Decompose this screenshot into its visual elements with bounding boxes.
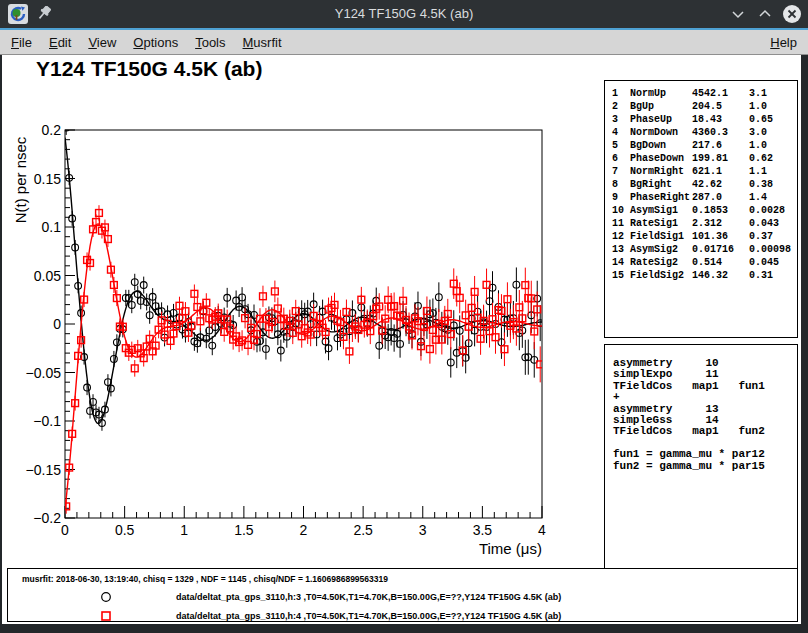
param-value: 4360.3	[692, 126, 749, 139]
svg-text:3.5: 3.5	[473, 522, 493, 538]
param-value: 0.01716	[692, 243, 749, 256]
svg-text:3: 3	[419, 522, 427, 538]
param-row: 8BgRight42.620.38	[605, 178, 797, 191]
minimize-button[interactable]	[728, 4, 748, 24]
param-name: BgUp	[630, 100, 692, 113]
param-value: 101.36	[692, 230, 749, 243]
param-name: AsymSig2	[630, 243, 692, 256]
close-button[interactable]	[782, 4, 802, 24]
menubar-left: FileEditViewOptionsToolsMusrfit	[0, 34, 284, 51]
param-row: 11RateSig12.3120.043	[605, 217, 797, 230]
param-num: 7	[612, 165, 630, 178]
param-row: 9PhaseRight287.01.4	[605, 191, 797, 204]
legend-label-h3: data/deltat_pta_gps_3110,h:3 ,T0=4.50K,T…	[176, 592, 561, 602]
legend-row-h4: data/deltat_pta_gps_3110,h:4 ,T0=4.50K,T…	[8, 610, 797, 622]
param-num: 2	[612, 100, 630, 113]
param-value: 4542.1	[692, 87, 749, 100]
svg-text:4: 4	[538, 522, 546, 538]
menubar: FileEditViewOptionsToolsMusrfit Help	[0, 28, 808, 55]
svg-text:−0.2: −0.2	[33, 510, 61, 526]
param-error: 1.0	[749, 139, 797, 152]
param-row: 5BgDown217.61.0	[605, 139, 797, 152]
series-h3	[63, 120, 544, 430]
fit-info-box: musrfit: 2018-06-30, 13:19:40, chisq = 1…	[7, 568, 798, 622]
series-h4	[63, 205, 544, 513]
x-axis-label: Time (μs)	[479, 540, 542, 557]
menubar-right: Help	[768, 35, 808, 50]
param-num: 3	[612, 113, 630, 126]
menu-item-options[interactable]: Options	[131, 34, 180, 51]
legend-label-h4: data/deltat_pta_gps_3110,h:4 ,T0=4.50K,T…	[176, 611, 561, 621]
param-value: 146.32	[692, 269, 749, 282]
param-num: 15	[612, 269, 630, 282]
circle-marker-icon	[100, 591, 112, 603]
param-name: NormDown	[630, 126, 692, 139]
param-name: FieldSig2	[630, 269, 692, 282]
param-value: 217.6	[692, 139, 749, 152]
param-value: 2.312	[692, 217, 749, 230]
svg-text:1.5: 1.5	[234, 522, 254, 538]
app-window: Y124 TF150G 4.5K (ab) Fil	[0, 0, 808, 633]
param-error: 1.4	[749, 191, 797, 204]
param-error: 0.31	[749, 269, 797, 282]
param-value: 0.1853	[692, 204, 749, 217]
param-row: 2BgUp204.51.0	[605, 100, 797, 113]
param-error: 0.043	[749, 217, 797, 230]
param-name: RateSig2	[630, 256, 692, 269]
param-value: 204.5	[692, 100, 749, 113]
root-canvas: Y124 TF150G 4.5K (ab) 00.511.522.533.54−…	[0, 55, 808, 633]
param-num: 11	[612, 217, 630, 230]
svg-text:0.5: 0.5	[115, 522, 135, 538]
menu-item-tools[interactable]: Tools	[193, 34, 227, 51]
param-value: 287.0	[692, 191, 749, 204]
close-icon	[782, 4, 802, 24]
param-num: 14	[612, 256, 630, 269]
svg-text:0.05: 0.05	[34, 268, 61, 284]
param-error: 0.65	[749, 113, 797, 126]
param-error: 1.0	[749, 100, 797, 113]
svg-text:2: 2	[300, 522, 308, 538]
fit-summary: musrfit: 2018-06-30, 13:19:40, chisq = 1…	[22, 574, 388, 584]
square-marker-icon	[100, 610, 112, 622]
svg-text:0.2: 0.2	[42, 122, 62, 138]
y-axis-label: N(t) per nsec	[12, 136, 29, 223]
menu-item-musrfit[interactable]: Musrfit	[241, 34, 284, 51]
param-error: 0.0028	[749, 204, 797, 217]
titlebar[interactable]: Y124 TF150G 4.5K (ab)	[0, 0, 808, 28]
param-num: 6	[612, 152, 630, 165]
svg-text:0: 0	[61, 522, 69, 538]
param-error: 3.0	[749, 126, 797, 139]
menu-item-file[interactable]: File	[9, 34, 34, 51]
svg-text:0.1: 0.1	[42, 219, 62, 235]
param-error: 0.37	[749, 230, 797, 243]
param-num: 10	[612, 204, 630, 217]
param-name: AsymSig1	[630, 204, 692, 217]
menu-item-help[interactable]: Help	[768, 34, 799, 51]
param-error: 0.38	[749, 178, 797, 191]
maximize-button[interactable]	[755, 4, 775, 24]
svg-text:−0.15: −0.15	[26, 462, 62, 478]
menu-item-view[interactable]: View	[86, 34, 118, 51]
plot-area[interactable]: 00.511.522.533.54−0.2−0.15−0.1−0.0500.05…	[2, 70, 602, 575]
chevron-up-icon	[757, 6, 773, 22]
param-name: BgRight	[630, 178, 692, 191]
param-value: 621.1	[692, 165, 749, 178]
theory-block: asymmetry 10 simplExpo 11 TFieldCos map1…	[604, 344, 798, 570]
param-value: 0.514	[692, 256, 749, 269]
param-row: 6PhaseDown199.810.62	[605, 152, 797, 165]
window-title: Y124 TF150G 4.5K (ab)	[0, 0, 808, 28]
param-value: 199.81	[692, 152, 749, 165]
menu-item-edit[interactable]: Edit	[47, 34, 73, 51]
param-row: 1NormUp4542.13.1	[605, 87, 797, 100]
param-name: FieldSig1	[630, 230, 692, 243]
param-row: 14RateSig20.5140.045	[605, 256, 797, 269]
param-num: 8	[612, 178, 630, 191]
param-name: PhaseUp	[630, 113, 692, 126]
param-error: 1.1	[749, 165, 797, 178]
param-row: 4NormDown4360.33.0	[605, 126, 797, 139]
parameter-table: 1NormUp4542.13.12BgUp204.51.03PhaseUp18.…	[604, 80, 798, 338]
param-num: 13	[612, 243, 630, 256]
param-name: NormRight	[630, 165, 692, 178]
param-row: 15FieldSig2146.320.31	[605, 269, 797, 282]
param-num: 4	[612, 126, 630, 139]
